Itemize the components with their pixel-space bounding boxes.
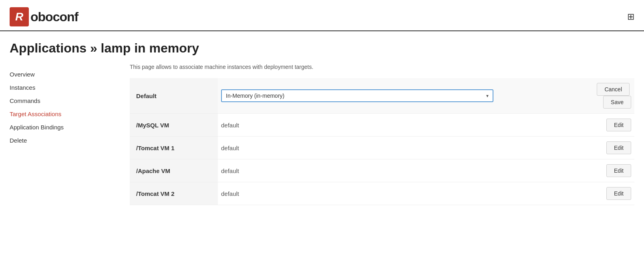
row-path-0: /MySQL VM xyxy=(130,114,218,137)
content: This page allows to associate machine in… xyxy=(98,64,634,205)
logo-text: oboconf xyxy=(30,10,78,24)
row-path-1: /Tomcat VM 1 xyxy=(130,137,218,159)
select-container: In-Memory (in-memory) xyxy=(221,89,493,102)
default-row: Default In-Memory (in-memory) Cancel Sav… xyxy=(130,78,634,114)
row-action-1: Edit xyxy=(586,137,634,159)
edit-button-2[interactable]: Edit xyxy=(606,164,631,177)
menu-icon[interactable]: ⊞ xyxy=(627,12,634,22)
main-layout: Overview Instances Commands Target Assoc… xyxy=(0,64,644,205)
sidebar-item-overview[interactable]: Overview xyxy=(10,68,98,81)
sidebar-item-target-associations[interactable]: Target Associations xyxy=(10,107,98,121)
row-path-3: /Tomcat VM 2 xyxy=(130,182,218,205)
page-title: Applications » lamp in memory xyxy=(0,31,644,64)
table-row: /Tomcat VM 1 default Edit xyxy=(130,137,634,159)
row-action-3: Edit xyxy=(586,182,634,205)
default-select[interactable]: In-Memory (in-memory) xyxy=(221,89,493,102)
sidebar-item-commands[interactable]: Commands xyxy=(10,94,98,107)
sidebar: Overview Instances Commands Target Assoc… xyxy=(10,64,98,205)
row-value-3: default xyxy=(218,182,586,205)
row-value-2: default xyxy=(218,159,586,182)
sidebar-item-instances[interactable]: Instances xyxy=(10,81,98,94)
page-description: This page allows to associate machine in… xyxy=(130,64,634,70)
sidebar-item-application-bindings[interactable]: Application Bindings xyxy=(10,121,98,134)
row-action-2: Edit xyxy=(586,159,634,182)
edit-button-1[interactable]: Edit xyxy=(606,141,631,154)
table-row: /Apache VM default Edit xyxy=(130,159,634,182)
cancel-button[interactable]: Cancel xyxy=(597,83,630,96)
save-button[interactable]: Save xyxy=(603,96,631,109)
header: oboconf ⊞ xyxy=(0,0,644,31)
default-actions: Cancel Save xyxy=(586,78,634,114)
target-table: Default In-Memory (in-memory) Cancel Sav… xyxy=(130,78,634,205)
logo: oboconf xyxy=(10,7,78,26)
edit-button-0[interactable]: Edit xyxy=(606,119,631,131)
row-value-0: default xyxy=(218,114,586,137)
default-select-cell: In-Memory (in-memory) xyxy=(218,78,586,114)
logo-icon xyxy=(10,7,29,26)
row-action-0: Edit xyxy=(586,114,634,137)
table-row: /MySQL VM default Edit xyxy=(130,114,634,137)
edit-button-3[interactable]: Edit xyxy=(606,187,631,200)
row-path-2: /Apache VM xyxy=(130,159,218,182)
sidebar-item-delete[interactable]: Delete xyxy=(10,134,98,147)
row-value-1: default xyxy=(218,137,586,159)
default-label: Default xyxy=(130,78,218,114)
table-row: /Tomcat VM 2 default Edit xyxy=(130,182,634,205)
